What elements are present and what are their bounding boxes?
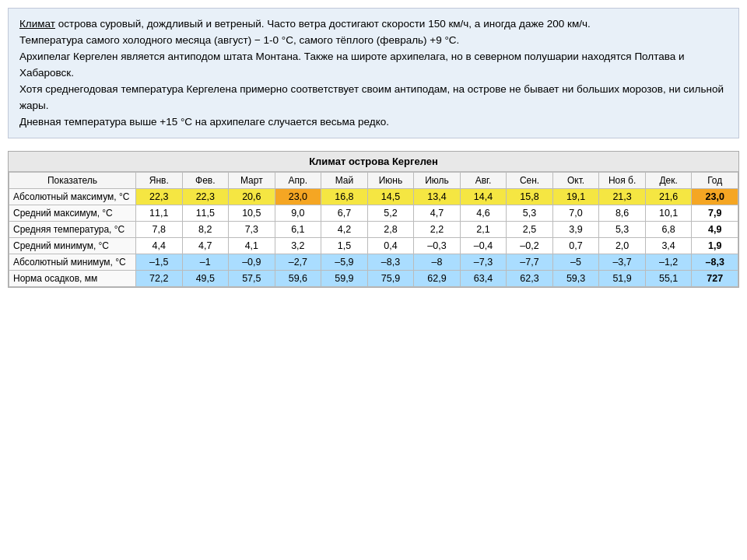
climate-description: Климат острова суровый, дождливый и ветр… bbox=[8, 8, 739, 138]
cell-value: 22,3 bbox=[136, 189, 183, 205]
cell-value: –1,5 bbox=[136, 254, 183, 271]
cell-value: 2,1 bbox=[460, 222, 507, 238]
cell-value: –8,3 bbox=[692, 254, 738, 271]
row-label: Норма осадков, мм bbox=[9, 271, 136, 287]
cell-value: 4,6 bbox=[460, 205, 507, 222]
cell-value: 59,9 bbox=[321, 271, 368, 287]
cell-value: 6,7 bbox=[321, 205, 368, 222]
cell-value: 21,3 bbox=[599, 189, 646, 205]
cell-value: 23,0 bbox=[692, 189, 738, 205]
header-month-Май: Май bbox=[321, 173, 368, 189]
cell-value: 13,4 bbox=[414, 189, 461, 205]
header-month-Дек: Дек. bbox=[645, 173, 692, 189]
cell-value: 4,9 bbox=[692, 222, 738, 238]
cell-value: 7,0 bbox=[552, 205, 599, 222]
cell-value: –0,4 bbox=[460, 238, 507, 254]
row-label: Средний минимум, °С bbox=[9, 238, 136, 254]
table-row: Норма осадков, мм72,249,557,559,659,975,… bbox=[9, 271, 738, 287]
cell-value: 2,5 bbox=[507, 222, 553, 238]
header-month-Июнь: Июнь bbox=[367, 173, 414, 189]
cell-value: –5 bbox=[552, 254, 599, 271]
cell-value: –1,2 bbox=[645, 254, 692, 271]
cell-value: –2,7 bbox=[275, 254, 321, 271]
header-label: Показатель bbox=[9, 173, 136, 189]
text-paragraph-3: Архипелаг Кергелен является антиподом шт… bbox=[19, 49, 728, 82]
table-row: Средний минимум, °С4,44,74,13,21,50,4–0,… bbox=[9, 238, 738, 254]
cell-value: 2,8 bbox=[367, 222, 414, 238]
cell-value: –0,9 bbox=[229, 254, 275, 271]
row-label: Средний максимум, °С bbox=[9, 205, 136, 222]
header-month-Апр: Апр. bbox=[275, 173, 321, 189]
cell-value: 2,0 bbox=[599, 238, 646, 254]
cell-value: 7,9 bbox=[692, 205, 738, 222]
header-month-Окт: Окт. bbox=[552, 173, 599, 189]
cell-value: 63,4 bbox=[460, 271, 507, 287]
row-label: Абсолютный максимум, °С bbox=[9, 189, 136, 205]
text-paragraph-2: Температура самого холодного месяца (авг… bbox=[19, 33, 728, 49]
cell-value: 7,8 bbox=[136, 222, 183, 238]
cell-value: 4,7 bbox=[182, 238, 229, 254]
cell-value: 72,2 bbox=[136, 271, 183, 287]
cell-value: 7,3 bbox=[229, 222, 275, 238]
cell-value: 6,8 bbox=[645, 222, 692, 238]
text-paragraph-5: Дневная температура выше +15 °C на архип… bbox=[19, 114, 728, 131]
cell-value: 22,3 bbox=[182, 189, 229, 205]
cell-value: 51,9 bbox=[599, 271, 646, 287]
cell-value: 10,5 bbox=[229, 205, 275, 222]
cell-value: 57,5 bbox=[229, 271, 275, 287]
cell-value: 2,2 bbox=[414, 222, 461, 238]
cell-value: 49,5 bbox=[182, 271, 229, 287]
text-paragraph-4: Хотя среднегодовая температура Кергелена… bbox=[19, 82, 728, 114]
cell-value: 62,3 bbox=[507, 271, 553, 287]
cell-value: 11,1 bbox=[136, 205, 183, 222]
cell-value: 0,7 bbox=[552, 238, 599, 254]
cell-value: 59,3 bbox=[552, 271, 599, 287]
cell-value: 75,9 bbox=[367, 271, 414, 287]
cell-value: 1,5 bbox=[321, 238, 368, 254]
cell-value: –8,3 bbox=[367, 254, 414, 271]
row-label: Абсолютный минимум, °С bbox=[9, 254, 136, 271]
cell-value: –7,3 bbox=[460, 254, 507, 271]
cell-value: 10,1 bbox=[645, 205, 692, 222]
header-month-Авг: Авг. bbox=[460, 173, 507, 189]
header-month-Фев: Фев. bbox=[182, 173, 229, 189]
cell-value: 21,6 bbox=[645, 189, 692, 205]
cell-value: 1,9 bbox=[692, 238, 738, 254]
table-header-row: ПоказательЯнв.Фев.МартАпр.МайИюньИюльАвг… bbox=[9, 173, 738, 189]
cell-value: 9,0 bbox=[275, 205, 321, 222]
cell-value: 15,8 bbox=[507, 189, 553, 205]
cell-value: –8 bbox=[414, 254, 461, 271]
cell-value: 19,1 bbox=[552, 189, 599, 205]
table-row: Средний максимум, °С11,111,510,59,06,75,… bbox=[9, 205, 738, 222]
cell-value: –0,3 bbox=[414, 238, 461, 254]
cell-value: –1 bbox=[182, 254, 229, 271]
cell-value: 5,3 bbox=[599, 222, 646, 238]
cell-value: 14,5 bbox=[367, 189, 414, 205]
cell-value: 16,8 bbox=[321, 189, 368, 205]
cell-value: 4,4 bbox=[136, 238, 183, 254]
cell-value: 59,6 bbox=[275, 271, 321, 287]
klimat-link[interactable]: Климат bbox=[19, 18, 55, 30]
cell-value: 20,6 bbox=[229, 189, 275, 205]
cell-value: 14,4 bbox=[460, 189, 507, 205]
table-title: Климат острова Кергелен bbox=[9, 152, 738, 172]
header-month-Июль: Июль bbox=[414, 173, 461, 189]
row-label: Средняя температура, °С bbox=[9, 222, 136, 238]
cell-value: 8,2 bbox=[182, 222, 229, 238]
table-row: Абсолютный минимум, °С–1,5–1–0,9–2,7–5,9… bbox=[9, 254, 738, 271]
cell-value: 5,2 bbox=[367, 205, 414, 222]
cell-value: 8,6 bbox=[599, 205, 646, 222]
header-month-Год: Год bbox=[692, 173, 738, 189]
cell-value: 4,1 bbox=[229, 238, 275, 254]
cell-value: 62,9 bbox=[414, 271, 461, 287]
cell-value: –7,7 bbox=[507, 254, 553, 271]
header-month-Янв: Янв. bbox=[136, 173, 183, 189]
cell-value: 3,9 bbox=[552, 222, 599, 238]
header-month-Ноя б: Ноя б. bbox=[599, 173, 646, 189]
cell-value: –5,9 bbox=[321, 254, 368, 271]
header-month-Март: Март bbox=[229, 173, 275, 189]
climate-table: ПоказательЯнв.Фев.МартАпр.МайИюньИюльАвг… bbox=[9, 172, 738, 287]
cell-value: 23,0 bbox=[275, 189, 321, 205]
cell-value: 3,4 bbox=[645, 238, 692, 254]
cell-value: 5,3 bbox=[507, 205, 553, 222]
